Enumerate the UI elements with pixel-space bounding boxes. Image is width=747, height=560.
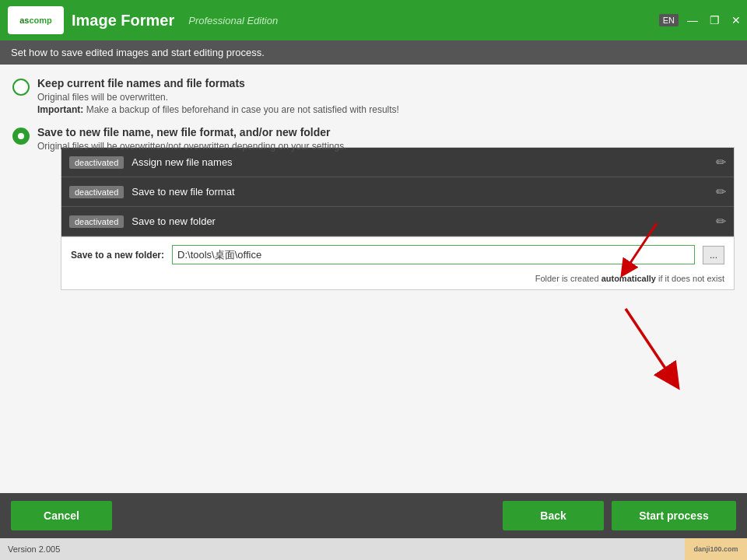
logo: ascomp (8, 6, 64, 34)
version-label: Version 2.005 (8, 544, 60, 554)
app-edition: Professional Edition (188, 15, 278, 26)
close-button[interactable]: ✕ (725, 0, 747, 40)
option1-desc: Original files will be overwritten. (37, 92, 399, 103)
edit-icon-folder[interactable]: ✏ (716, 214, 726, 229)
option2-label: Save to new file name, new file format, … (37, 126, 735, 138)
svg-line-1 (626, 223, 657, 270)
watermark: danji100.com (685, 538, 747, 560)
edit-icon-format[interactable]: ✏ (716, 184, 726, 199)
cancel-button[interactable]: Cancel (11, 501, 112, 530)
folder-label: Save to a new folder: (71, 250, 164, 261)
back-button[interactable]: Back (503, 501, 604, 530)
option1-row[interactable]: Keep current file names and file formats… (12, 77, 735, 115)
window-controls: EN — ❐ ✕ (659, 0, 747, 40)
svg-line-3 (626, 309, 672, 379)
option1-text: Keep current file names and file formats… (37, 77, 399, 115)
sub-option-format[interactable]: deactivated Save to new file format ✏ (61, 177, 734, 207)
edit-icon-assign[interactable]: ✏ (716, 155, 726, 170)
folder-browse-button[interactable]: ... (703, 246, 724, 264)
start-process-button[interactable]: Start process (612, 501, 736, 530)
bottom-bar: Cancel Back Start process (0, 493, 747, 538)
arrow-area (12, 301, 735, 402)
sub-label-format: Save to new file format (132, 186, 716, 198)
red-arrow-2 (602, 301, 696, 394)
sub-option-assign[interactable]: deactivated Assign new file names ✏ (61, 148, 734, 177)
app-title: Image Former (72, 12, 174, 30)
red-arrow-1 (610, 215, 672, 293)
option2-radio[interactable] (12, 128, 30, 145)
badge-folder: deactivated (69, 215, 124, 228)
titlebar: ascomp Image Former Professional Edition… (0, 0, 747, 40)
badge-format: deactivated (69, 186, 124, 198)
option1-label: Keep current file names and file formats (37, 77, 399, 89)
logo-area: ascomp Image Former Professional Edition (8, 6, 278, 34)
option1-important: Important: Make a backup of files before… (37, 104, 399, 115)
sub-label-assign: Assign new file names (132, 156, 716, 168)
restore-button[interactable]: ❐ (703, 0, 725, 40)
option1-radio[interactable] (12, 79, 30, 96)
status-bar: Version 2.005 danji100.com (0, 538, 747, 560)
minimize-button[interactable]: — (682, 0, 703, 40)
lang-badge: EN (659, 14, 679, 26)
instruction-bar: Set how to save edited images and start … (0, 40, 747, 65)
main-content: Keep current file names and file formats… (0, 65, 747, 492)
badge-assign: deactivated (69, 156, 124, 169)
